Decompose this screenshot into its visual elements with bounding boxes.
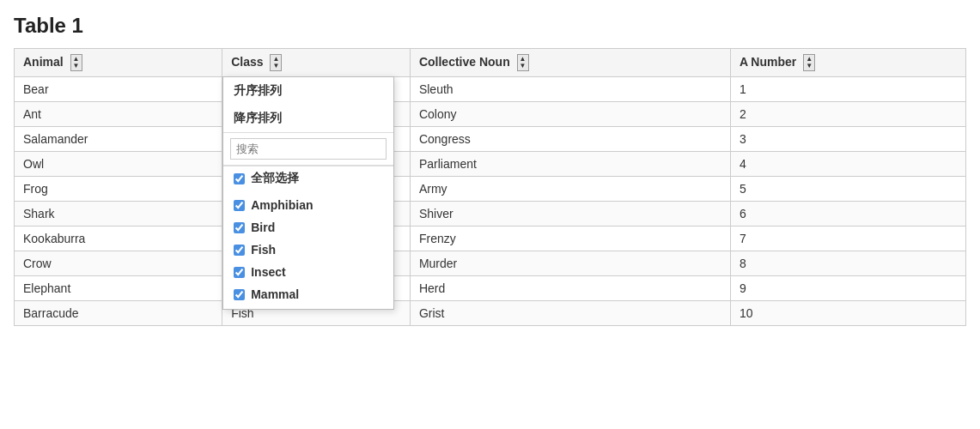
sort-animal-btn[interactable]: ▲▼ (70, 54, 82, 71)
col-header-class: Class ▲▼ 升序排列 降序排列 全部选择 (222, 49, 411, 77)
checkbox-amphibian[interactable] (234, 200, 245, 211)
table-cell-collective_noun: Shiver (410, 202, 730, 227)
filter-item-mammal[interactable]: Mammal (223, 283, 393, 305)
table-cell-collective_noun: Congress (410, 127, 730, 152)
filter-search-box (223, 132, 393, 166)
filter-item-amphibian[interactable]: Amphibian (223, 194, 393, 216)
filter-option-list: Amphibian Bird Fish (223, 190, 393, 309)
filter-item-insect[interactable]: Insect (223, 261, 393, 283)
table-row: BarracudeFishGrist10 (15, 301, 966, 326)
table-cell-animal: Shark (15, 202, 222, 227)
filter-item-bird[interactable]: Bird (223, 216, 393, 239)
table-cell-a_number: 4 (730, 152, 965, 177)
table-cell-collective_noun: Parliament (410, 152, 730, 177)
table-cell-collective_noun: Army (410, 177, 730, 202)
table-cell-collective_noun: Frenzy (410, 227, 730, 251)
filter-search-input[interactable] (230, 138, 387, 160)
table-cell-animal: Owl (15, 152, 222, 177)
sort-class-btn[interactable]: ▲▼ (270, 54, 282, 71)
select-all-checkbox[interactable] (234, 173, 245, 184)
table-cell-animal: Frog (15, 177, 222, 202)
checkbox-mammal[interactable] (234, 289, 245, 300)
table-cell-collective_noun: Herd (410, 276, 730, 301)
table-cell-a_number: 2 (730, 102, 965, 127)
table-cell-a_number: 10 (730, 301, 965, 326)
table-cell-collective_noun: Grist (410, 301, 730, 326)
checkbox-bird[interactable] (234, 222, 245, 233)
sort-desc-option[interactable]: 降序排列 (223, 105, 393, 132)
table-row: BearMammalSleuth1 (15, 77, 966, 102)
table-cell-a_number: 7 (730, 227, 965, 251)
table-cell-animal: Elephant (15, 276, 222, 301)
table-row: AntInsectColony2 (15, 102, 966, 127)
table-row: KookaburraBirdFrenzy7 (15, 227, 966, 251)
table-row: SalamanderAmphibianCongress3 (15, 127, 966, 152)
table-cell-collective_noun: Murder (410, 251, 730, 276)
table-cell-collective_noun: Colony (410, 102, 730, 127)
table-cell-animal: Ant (15, 102, 222, 127)
table-cell-a_number: 6 (730, 202, 965, 227)
table-cell-animal: Crow (15, 251, 222, 276)
checkbox-insect[interactable] (234, 267, 245, 278)
checkbox-fish[interactable] (234, 245, 245, 256)
table-cell-a_number: 5 (730, 177, 965, 202)
col-header-animal: Animal ▲▼ (15, 49, 222, 77)
table-cell-a_number: 9 (730, 276, 965, 301)
table-cell-a_number: 1 (730, 77, 965, 102)
col-header-a-number: A Number ▲▼ (730, 49, 965, 77)
table-row: OwlBirdParliament4 (15, 152, 966, 177)
table-cell-animal: Bear (15, 77, 222, 102)
table-cell-animal: Kookaburra (15, 227, 222, 251)
table-row: ElephantMammalHerd9 (15, 276, 966, 301)
table-cell-animal: Barracude (15, 301, 222, 326)
table-cell-a_number: 3 (730, 127, 965, 152)
sort-asc-option[interactable]: 升序排列 (223, 77, 393, 105)
sort-a-number-btn[interactable]: ▲▼ (803, 54, 815, 71)
table-row: CrowBirdMurder8 (15, 251, 966, 276)
table-cell-animal: Salamander (15, 127, 222, 152)
table-cell-a_number: 8 (730, 251, 965, 276)
select-all-option[interactable]: 全部选择 (223, 166, 393, 190)
table-cell-collective_noun: Sleuth (410, 77, 730, 102)
table-row: SharkFishShiver6 (15, 202, 966, 227)
col-header-collective-noun: Collective Noun ▲▼ (410, 49, 730, 77)
page-title: Table 1 (14, 14, 966, 38)
table-row: FrogAmphibianArmy5 (15, 177, 966, 202)
filter-item-fish[interactable]: Fish (223, 239, 393, 261)
sort-collective-noun-btn[interactable]: ▲▼ (517, 54, 529, 71)
class-filter-dropdown: 升序排列 降序排列 全部选择 Amphibian (222, 76, 394, 310)
data-table: Animal ▲▼ Class ▲▼ 升序排列 降序排列 (14, 48, 966, 326)
